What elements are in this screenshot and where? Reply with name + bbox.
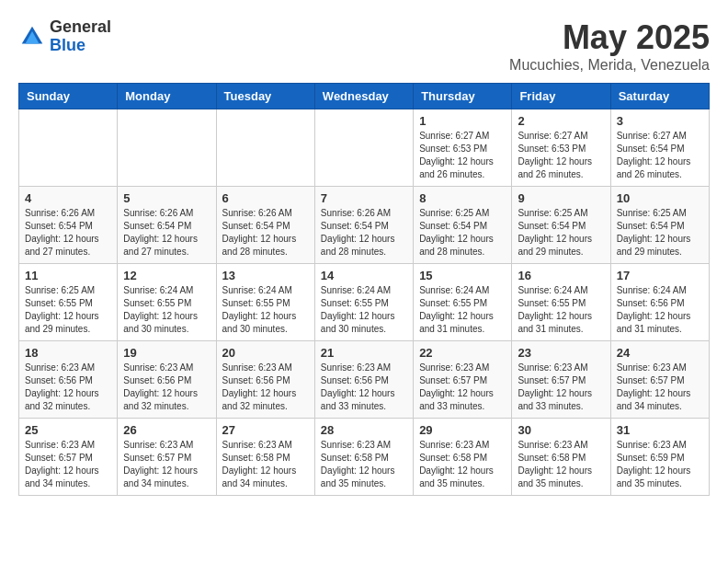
- day-info: Sunrise: 6:23 AMSunset: 6:56 PMDaylight:…: [222, 362, 309, 413]
- day-info: Sunrise: 6:27 AMSunset: 6:53 PMDaylight:…: [419, 130, 506, 181]
- calendar-cell: 29Sunrise: 6:23 AMSunset: 6:58 PMDayligh…: [414, 419, 512, 496]
- calendar-cell: 1Sunrise: 6:27 AMSunset: 6:53 PMDaylight…: [414, 109, 512, 187]
- day-info: Sunrise: 6:27 AMSunset: 6:54 PMDaylight:…: [617, 130, 703, 181]
- weekday-header-tuesday: Tuesday: [216, 84, 314, 109]
- calendar-week-5: 25Sunrise: 6:23 AMSunset: 6:57 PMDayligh…: [19, 419, 710, 496]
- day-info: Sunrise: 6:26 AMSunset: 6:54 PMDaylight:…: [123, 207, 210, 259]
- day-number: 16: [518, 269, 604, 282]
- calendar-cell: 5Sunrise: 6:26 AMSunset: 6:54 PMDaylight…: [118, 187, 216, 264]
- day-info: Sunrise: 6:23 AMSunset: 6:58 PMDaylight:…: [222, 439, 309, 490]
- logo: General Blue: [18, 18, 111, 55]
- day-number: 14: [321, 269, 407, 282]
- day-info: Sunrise: 6:24 AMSunset: 6:55 PMDaylight:…: [419, 284, 506, 336]
- day-info: Sunrise: 6:24 AMSunset: 6:55 PMDaylight:…: [222, 284, 309, 336]
- calendar-cell: [216, 109, 314, 187]
- day-number: 1: [419, 114, 506, 128]
- calendar-cell: 11Sunrise: 6:25 AMSunset: 6:55 PMDayligh…: [19, 264, 118, 341]
- day-number: 3: [617, 114, 703, 128]
- day-number: 9: [518, 191, 604, 205]
- day-info: Sunrise: 6:25 AMSunset: 6:54 PMDaylight:…: [419, 207, 506, 259]
- calendar-cell: 22Sunrise: 6:23 AMSunset: 6:57 PMDayligh…: [414, 341, 512, 419]
- day-info: Sunrise: 6:23 AMSunset: 6:56 PMDaylight:…: [321, 362, 407, 413]
- day-number: 11: [25, 269, 111, 282]
- day-info: Sunrise: 6:26 AMSunset: 6:54 PMDaylight:…: [25, 207, 111, 259]
- day-number: 4: [25, 191, 111, 205]
- day-info: Sunrise: 6:23 AMSunset: 6:58 PMDaylight:…: [518, 439, 604, 490]
- calendar-cell: 9Sunrise: 6:25 AMSunset: 6:54 PMDaylight…: [512, 187, 610, 264]
- calendar-cell: 10Sunrise: 6:25 AMSunset: 6:54 PMDayligh…: [610, 187, 709, 264]
- day-number: 7: [321, 191, 407, 205]
- day-number: 27: [222, 423, 309, 437]
- day-info: Sunrise: 6:23 AMSunset: 6:57 PMDaylight:…: [617, 362, 703, 413]
- calendar-cell: 17Sunrise: 6:24 AMSunset: 6:56 PMDayligh…: [610, 264, 709, 341]
- calendar-week-3: 11Sunrise: 6:25 AMSunset: 6:55 PMDayligh…: [19, 264, 710, 341]
- calendar-cell: 20Sunrise: 6:23 AMSunset: 6:56 PMDayligh…: [216, 341, 314, 419]
- day-info: Sunrise: 6:23 AMSunset: 6:56 PMDaylight:…: [123, 362, 210, 413]
- day-number: 15: [419, 269, 506, 282]
- day-info: Sunrise: 6:27 AMSunset: 6:53 PMDaylight:…: [518, 130, 604, 181]
- day-info: Sunrise: 6:23 AMSunset: 6:57 PMDaylight:…: [123, 439, 210, 490]
- logo-blue: Blue: [50, 36, 85, 54]
- weekday-header-thursday: Thursday: [414, 84, 512, 109]
- calendar-cell: 6Sunrise: 6:26 AMSunset: 6:54 PMDaylight…: [216, 187, 314, 264]
- location: Mucuchies, Merida, Venezuela: [509, 57, 710, 74]
- calendar-cell: 31Sunrise: 6:23 AMSunset: 6:59 PMDayligh…: [610, 419, 709, 496]
- day-info: Sunrise: 6:25 AMSunset: 6:54 PMDaylight:…: [617, 207, 703, 259]
- calendar-cell: 27Sunrise: 6:23 AMSunset: 6:58 PMDayligh…: [216, 419, 314, 496]
- day-info: Sunrise: 6:23 AMSunset: 6:56 PMDaylight:…: [25, 362, 111, 413]
- logo-general: General: [50, 17, 111, 36]
- day-number: 26: [123, 423, 210, 437]
- logo-icon: [18, 23, 46, 51]
- day-info: Sunrise: 6:24 AMSunset: 6:55 PMDaylight:…: [518, 284, 604, 336]
- day-number: 23: [518, 346, 604, 360]
- day-number: 12: [123, 269, 210, 282]
- day-number: 2: [518, 114, 604, 128]
- day-info: Sunrise: 6:24 AMSunset: 6:55 PMDaylight:…: [123, 284, 210, 336]
- calendar-cell: [118, 109, 216, 187]
- calendar-cell: 16Sunrise: 6:24 AMSunset: 6:55 PMDayligh…: [512, 264, 610, 341]
- day-info: Sunrise: 6:25 AMSunset: 6:55 PMDaylight:…: [25, 284, 111, 336]
- weekday-header-row: SundayMondayTuesdayWednesdayThursdayFrid…: [19, 84, 710, 109]
- day-number: 5: [123, 191, 210, 205]
- day-number: 10: [617, 191, 703, 205]
- title-block: May 2025 Mucuchies, Merida, Venezuela: [509, 18, 710, 74]
- day-info: Sunrise: 6:26 AMSunset: 6:54 PMDaylight:…: [222, 207, 309, 259]
- weekday-header-wednesday: Wednesday: [314, 84, 413, 109]
- day-number: 24: [617, 346, 703, 360]
- calendar-cell: 14Sunrise: 6:24 AMSunset: 6:55 PMDayligh…: [314, 264, 413, 341]
- weekday-header-monday: Monday: [118, 84, 216, 109]
- day-info: Sunrise: 6:23 AMSunset: 6:57 PMDaylight:…: [518, 362, 604, 413]
- day-number: 25: [25, 423, 111, 437]
- day-info: Sunrise: 6:26 AMSunset: 6:54 PMDaylight:…: [321, 207, 407, 259]
- calendar-cell: [19, 109, 118, 187]
- calendar-cell: 21Sunrise: 6:23 AMSunset: 6:56 PMDayligh…: [314, 341, 413, 419]
- calendar-cell: 4Sunrise: 6:26 AMSunset: 6:54 PMDaylight…: [19, 187, 118, 264]
- page-header: General Blue May 2025 Mucuchies, Merida,…: [18, 18, 710, 74]
- day-info: Sunrise: 6:24 AMSunset: 6:56 PMDaylight:…: [617, 284, 703, 336]
- day-number: 6: [222, 191, 309, 205]
- calendar-week-4: 18Sunrise: 6:23 AMSunset: 6:56 PMDayligh…: [19, 341, 710, 419]
- logo-text: General Blue: [50, 18, 111, 55]
- day-info: Sunrise: 6:25 AMSunset: 6:54 PMDaylight:…: [518, 207, 604, 259]
- day-number: 29: [419, 423, 506, 437]
- day-number: 28: [321, 423, 407, 437]
- day-info: Sunrise: 6:23 AMSunset: 6:59 PMDaylight:…: [617, 439, 703, 490]
- day-number: 18: [25, 346, 111, 360]
- weekday-header-friday: Friday: [512, 84, 610, 109]
- calendar-cell: 13Sunrise: 6:24 AMSunset: 6:55 PMDayligh…: [216, 264, 314, 341]
- calendar: SundayMondayTuesdayWednesdayThursdayFrid…: [18, 83, 710, 496]
- weekday-header-saturday: Saturday: [610, 84, 709, 109]
- month-title: May 2025: [509, 18, 710, 57]
- day-number: 8: [419, 191, 506, 205]
- day-number: 19: [123, 346, 210, 360]
- calendar-cell: 8Sunrise: 6:25 AMSunset: 6:54 PMDaylight…: [414, 187, 512, 264]
- day-info: Sunrise: 6:24 AMSunset: 6:55 PMDaylight:…: [321, 284, 407, 336]
- calendar-week-1: 1Sunrise: 6:27 AMSunset: 6:53 PMDaylight…: [19, 109, 710, 187]
- calendar-cell: 28Sunrise: 6:23 AMSunset: 6:58 PMDayligh…: [314, 419, 413, 496]
- calendar-cell: [314, 109, 413, 187]
- calendar-cell: 15Sunrise: 6:24 AMSunset: 6:55 PMDayligh…: [414, 264, 512, 341]
- calendar-cell: 24Sunrise: 6:23 AMSunset: 6:57 PMDayligh…: [610, 341, 709, 419]
- day-number: 22: [419, 346, 506, 360]
- day-number: 20: [222, 346, 309, 360]
- day-number: 13: [222, 269, 309, 282]
